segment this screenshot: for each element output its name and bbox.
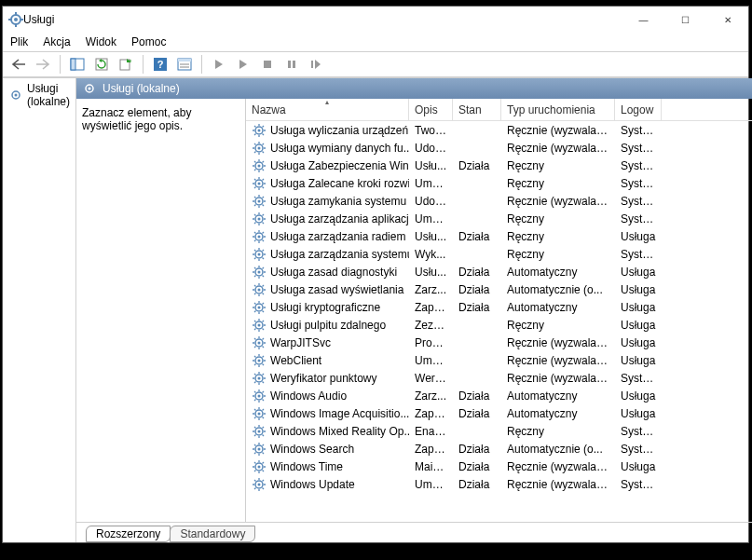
horizontal-scrollbar[interactable] xyxy=(246,509,752,522)
service-icon xyxy=(252,141,267,156)
back-button[interactable] xyxy=(8,54,29,75)
export-list-button[interactable] xyxy=(116,54,136,75)
table-row[interactable]: WebClientUmo...Ręcznie (wyzwalan...Usług… xyxy=(246,351,752,369)
forward-button[interactable] xyxy=(33,54,53,75)
tab-standard[interactable]: Standardowy xyxy=(170,526,255,542)
table-row[interactable]: Usługa zasad diagnostykiUsłu...DziałaAut… xyxy=(246,263,752,280)
cell-startup-type: Ręcznie (wyzwalan... xyxy=(501,372,615,385)
table-row[interactable]: Usługi pulpitu zdalnegoZezw...RęcznyUsłu… xyxy=(246,316,752,334)
cell-name: Usługa zarządzania aplikacj... xyxy=(270,212,409,225)
cell-startup-type: Ręcznie (wyzwalan... xyxy=(501,124,615,137)
cell-description: Zape... xyxy=(409,443,453,456)
table-row[interactable]: Usługa wymiany danych fu...Udos...Ręczni… xyxy=(246,139,752,157)
cell-name: WarpJITSvc xyxy=(270,336,331,349)
svg-line-81 xyxy=(263,222,265,224)
column-status[interactable]: Stan xyxy=(453,99,501,120)
titlebar[interactable]: Usługi — ☐ ✕ xyxy=(3,7,748,33)
restart-service-button[interactable] xyxy=(306,54,326,75)
menu-file[interactable]: Plik xyxy=(10,35,28,48)
table-row[interactable]: Usługa wyliczania urządzeń ...Twor...Ręc… xyxy=(246,121,752,139)
svg-line-172 xyxy=(254,381,256,383)
svg-line-43 xyxy=(263,143,265,145)
cell-logon: Usługa xyxy=(615,407,662,420)
detail-header-label: Usługi (lokalne) xyxy=(103,82,180,95)
cell-description: Zape... xyxy=(409,407,453,420)
menubar: Plik Akcja Widok Pomoc xyxy=(3,33,748,51)
detail-pane: Usługi (lokalne) Zaznacz element, aby wy… xyxy=(76,78,752,542)
minimize-button[interactable]: — xyxy=(622,7,664,33)
menu-action[interactable]: Akcja xyxy=(43,35,70,48)
close-button[interactable]: ✕ xyxy=(706,7,748,33)
service-icon xyxy=(252,229,267,244)
maximize-button[interactable]: ☐ xyxy=(664,7,706,33)
table-row[interactable]: Weryfikator punktowyWery...Ręcznie (wyzw… xyxy=(246,369,752,387)
table-row[interactable]: Usługa Zalecane kroki rozwi...Umo...Ręcz… xyxy=(246,174,752,192)
svg-line-231 xyxy=(263,487,265,489)
svg-point-55 xyxy=(258,182,261,184)
table-row[interactable]: WarpJITSvcProvi...Ręcznie (wyzwalan...Us… xyxy=(246,334,752,351)
service-icon xyxy=(252,442,267,457)
svg-line-91 xyxy=(263,239,265,241)
description-panel: Zaznacz element, aby wyświetlić jego opi… xyxy=(76,99,246,522)
cell-logon: System xyxy=(615,425,662,438)
service-icon xyxy=(252,318,267,333)
cell-name: Usługa zarządzania systemu... xyxy=(270,248,409,261)
column-description[interactable]: Opis xyxy=(409,99,453,120)
service-icon xyxy=(252,176,267,191)
cell-logon: System xyxy=(615,124,662,137)
properties-button[interactable] xyxy=(174,54,195,75)
table-row[interactable]: Windows SearchZape...DziałaAutomatycznie… xyxy=(246,440,752,458)
cell-logon: Usługa xyxy=(615,460,662,473)
svg-line-180 xyxy=(254,391,256,393)
refresh-button[interactable] xyxy=(91,54,112,75)
table-row[interactable]: Windows Mixed Reality Op...Enab...Ręczny… xyxy=(246,422,752,440)
svg-line-162 xyxy=(254,363,256,365)
start-service-alt-button[interactable] xyxy=(233,54,253,75)
cell-logon: System xyxy=(615,212,662,225)
tree-item-label: Usługi (lokalne) xyxy=(27,82,70,108)
table-row[interactable]: Windows UpdateUmo...DziałaRęcznie (wyzwa… xyxy=(246,475,752,493)
svg-line-160 xyxy=(254,356,256,358)
cell-logon: Usługa xyxy=(615,336,662,349)
svg-line-233 xyxy=(263,480,265,482)
column-startup-type[interactable]: Typ uruchomienia xyxy=(501,99,615,120)
cell-logon: System xyxy=(615,142,662,155)
separator xyxy=(201,55,202,74)
menu-help[interactable]: Pomoc xyxy=(131,35,166,48)
table-row[interactable]: Usługa zarządzania systemu...Wyk...Ręczn… xyxy=(246,245,752,263)
column-name[interactable]: Nazwa ▴ xyxy=(246,99,409,120)
svg-rect-16 xyxy=(264,61,271,68)
svg-line-210 xyxy=(254,444,256,446)
table-row[interactable]: Usługi kryptograficzneZape...DziałaAutom… xyxy=(246,298,752,316)
cell-description: Enab... xyxy=(409,425,453,438)
table-row[interactable]: Windows Image Acquisitio...Zape...Działa… xyxy=(246,404,752,422)
pause-service-button[interactable] xyxy=(281,54,302,75)
tree-pane: Usługi (lokalne) xyxy=(3,78,76,542)
table-row[interactable]: Usługa zarządzania radiemUsłu...DziałaRę… xyxy=(246,227,752,245)
service-icon xyxy=(252,123,267,138)
rows-container[interactable]: Usługa wyliczania urządzeń ...Twor...Ręc… xyxy=(246,121,752,509)
menu-view[interactable]: Widok xyxy=(86,35,116,48)
table-row[interactable]: Windows TimeMain...DziałaRęcznie (wyzwal… xyxy=(246,458,752,475)
table-row[interactable]: Usługa Zabezpieczenia Win...Usłu...Dział… xyxy=(246,157,752,174)
service-icon xyxy=(252,424,267,439)
help-button[interactable]: ? xyxy=(150,54,171,75)
table-row[interactable]: Windows AudioZarz...DziałaAutomatycznyUs… xyxy=(246,387,752,404)
stop-service-button[interactable] xyxy=(257,54,278,75)
show-hide-tree-button[interactable] xyxy=(67,54,88,75)
table-row[interactable]: Usługa zarządzania aplikacj...Umo...Ręcz… xyxy=(246,210,752,227)
cell-description: Twor... xyxy=(409,124,453,137)
cell-status: Działa xyxy=(453,230,501,243)
column-logon[interactable]: Logow xyxy=(615,99,662,120)
cell-name: Windows Update xyxy=(270,478,355,491)
svg-point-35 xyxy=(258,146,261,149)
start-service-button[interactable] xyxy=(209,54,229,75)
svg-point-145 xyxy=(258,341,261,344)
cell-name: Usługa wymiany danych fu... xyxy=(270,142,409,155)
table-row[interactable]: Usługa zasad wyświetlaniaZarz...DziałaAu… xyxy=(246,280,752,298)
table-row[interactable]: Usługa zamykania systemu ...Udos...Ręczn… xyxy=(246,192,752,210)
svg-point-155 xyxy=(258,359,261,362)
tab-extended[interactable]: Rozszerzony xyxy=(86,526,171,542)
tree-item-services-local[interactable]: Usługi (lokalne) xyxy=(5,80,74,110)
cell-description: Umo... xyxy=(409,478,453,491)
